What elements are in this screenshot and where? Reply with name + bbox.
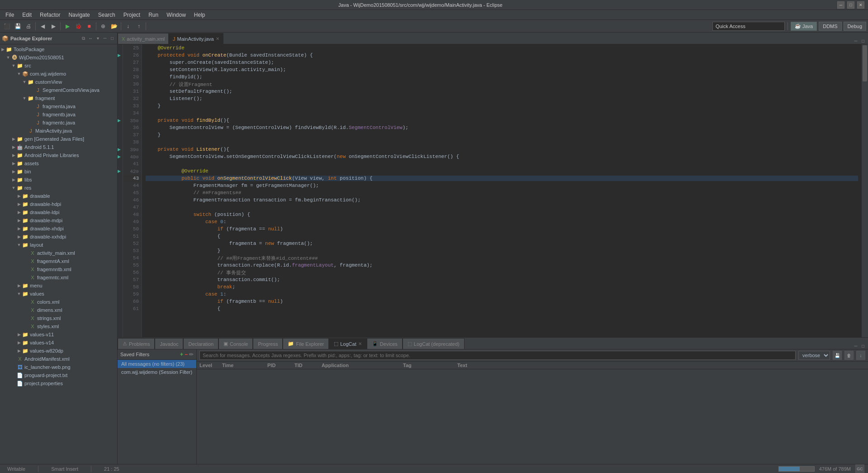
open-resource-button[interactable]: 📂 xyxy=(109,21,119,31)
list-item[interactable]: ▼ 📦 com.wjj.wijdemo xyxy=(0,70,117,78)
list-item[interactable]: X fragemntA.xml xyxy=(0,257,117,265)
menu-search[interactable]: Search xyxy=(95,11,119,19)
debug-button[interactable]: 🐞 xyxy=(73,21,83,31)
list-item[interactable]: X activity_main.xml xyxy=(0,249,117,257)
minimize-editor-button[interactable]: ─ xyxy=(853,38,859,44)
scroll-thumb[interactable] xyxy=(863,45,867,81)
collapse-all-button[interactable]: ⧉ xyxy=(80,35,86,42)
list-item[interactable]: J fragmentc.java xyxy=(0,119,117,127)
list-item[interactable]: 📄 project.properties xyxy=(0,379,117,387)
remove-filter-button[interactable]: − xyxy=(185,351,188,358)
list-item[interactable]: J SegmentControlView.java xyxy=(0,86,117,94)
list-item[interactable]: J fragmenta.java xyxy=(0,102,117,110)
list-item[interactable]: ▼ 📁 layout xyxy=(0,241,117,249)
list-item[interactable]: 📄 proguard-project.txt xyxy=(0,371,117,379)
tab-logcat-deprecated[interactable]: ⬚ LogCat (deprecated) xyxy=(403,338,465,349)
list-item[interactable]: ▶ 📁 drawable-xhdpi xyxy=(0,225,117,233)
list-item[interactable]: ▶ 📁 gen [Generated Java Files] xyxy=(0,135,117,143)
menu-help[interactable]: Help xyxy=(190,11,209,19)
print-button[interactable]: 🖨 xyxy=(24,21,33,31)
perspective-java[interactable]: ☕ Java xyxy=(791,22,817,31)
clear-log-button[interactable]: 🗑 xyxy=(844,351,854,360)
edit-filter-button[interactable]: ✏ xyxy=(189,351,194,358)
tab-close-button[interactable]: ✕ xyxy=(358,341,362,346)
code-editor[interactable]: ▶ ▶ ▶ ▶ ▶ xyxy=(118,44,868,337)
list-item[interactable]: ▶ 📁 drawable-xxhdpi xyxy=(0,233,117,241)
window-controls[interactable]: ─ □ ✕ xyxy=(837,1,864,9)
list-item[interactable]: X fragemnntb.xml xyxy=(0,265,117,273)
editor-scrollbar[interactable] xyxy=(862,44,868,337)
save-log-button[interactable]: 💾 xyxy=(833,351,842,360)
list-item[interactable]: X colors.xml xyxy=(0,298,117,306)
minimize-panel-button[interactable]: ─ xyxy=(102,35,108,42)
list-item[interactable]: X dimens.xml xyxy=(0,306,117,314)
tab-activity-main-xml[interactable]: X activity_main.xml xyxy=(118,33,169,44)
list-item[interactable]: ▶ 📁 drawable-ldpi xyxy=(0,208,117,216)
list-item[interactable]: ▶ 📁 drawable-hdpi xyxy=(0,200,117,208)
list-item[interactable]: ▶ 📁 bin xyxy=(0,167,117,176)
list-item[interactable]: ▼ 🅐 WijDemo201508051 xyxy=(0,53,117,62)
maximize-button[interactable]: □ xyxy=(847,1,854,9)
list-item[interactable]: ▶ 📁 ToolsPackage xyxy=(0,45,117,53)
minimize-button[interactable]: ─ xyxy=(837,1,844,9)
list-item[interactable]: ▼ 📁 values xyxy=(0,290,117,298)
code-content[interactable]: @Override protected void onCreate(Bundle… xyxy=(142,44,862,337)
list-item[interactable]: ▶ 📁 Android Private Libraries xyxy=(0,151,117,159)
menu-window[interactable]: Window xyxy=(163,11,190,19)
tab-close-button[interactable]: ✕ xyxy=(216,36,219,41)
list-item[interactable]: ▶ 📁 values-w820dp xyxy=(0,347,117,355)
list-item[interactable]: X styles.xml xyxy=(0,322,117,330)
panel-menu-button[interactable]: ▾ xyxy=(95,35,101,42)
memory-bar[interactable] xyxy=(778,466,815,472)
menu-file[interactable]: File xyxy=(2,11,18,19)
minimize-bottom-button[interactable]: ─ xyxy=(853,343,859,349)
list-item[interactable]: ▶ 📁 values-v14 xyxy=(0,339,117,347)
list-item[interactable]: ▶ 📁 assets xyxy=(0,159,117,167)
list-item[interactable]: ▶ 📁 libs xyxy=(0,176,117,184)
list-item[interactable]: ▶ 📁 drawable xyxy=(0,192,117,200)
menu-project[interactable]: Project xyxy=(120,11,144,19)
maximize-bottom-button[interactable]: □ xyxy=(860,343,866,349)
new-button[interactable]: ⬛ xyxy=(2,21,12,31)
list-item[interactable]: J MainActivity.java xyxy=(0,127,117,135)
add-filter-button[interactable]: + xyxy=(180,351,183,358)
menu-run[interactable]: Run xyxy=(145,11,162,19)
verbose-level-select[interactable]: verbose debug info warn error xyxy=(798,351,830,360)
filter-item-all[interactable]: All messages (no filters) (23) xyxy=(118,360,196,368)
tab-javadoc[interactable]: Javadoc xyxy=(155,338,183,349)
list-item[interactable]: X strings.xml xyxy=(0,314,117,322)
tab-devices[interactable]: 📱 Devices xyxy=(367,338,403,349)
save-button[interactable]: 💾 xyxy=(13,21,23,31)
stop-button[interactable]: ■ xyxy=(84,21,94,31)
menu-edit[interactable]: Edit xyxy=(19,11,35,19)
tab-logcat[interactable]: ⬚ LogCat ✕ xyxy=(329,338,366,349)
scroll-end-button[interactable]: ↓ xyxy=(856,351,865,360)
tab-problems[interactable]: ⚠ Problems xyxy=(118,338,155,349)
tab-console[interactable]: ▣ Console xyxy=(218,338,253,349)
list-item[interactable]: J fragmentb.java xyxy=(0,110,117,119)
tab-progress[interactable]: Progress xyxy=(253,338,283,349)
perspective-ddms[interactable]: DDMS xyxy=(819,22,841,31)
logcat-search-input[interactable] xyxy=(199,351,796,360)
list-item[interactable]: ▶ 📁 values-v11 xyxy=(0,330,117,339)
list-item[interactable]: ▼ 📁 customView xyxy=(0,78,117,86)
list-item[interactable]: 🖼 ic_launcher-web.png xyxy=(0,363,117,371)
next-annotation-button[interactable]: ↓ xyxy=(123,21,133,31)
list-item[interactable]: ▶ 📁 drawable-mdpi xyxy=(0,216,117,225)
open-type-button[interactable]: ⊕ xyxy=(98,21,108,31)
close-button[interactable]: ✕ xyxy=(857,1,864,9)
gc-button[interactable]: GC xyxy=(855,464,864,473)
list-item[interactable]: ▶ 🤖 Android 5.1.1 xyxy=(0,143,117,151)
list-item[interactable]: X AndroidManifest.xml xyxy=(0,355,117,363)
tab-declaration[interactable]: Declaration xyxy=(183,338,218,349)
list-item[interactable]: ▼ 📁 src xyxy=(0,62,117,70)
run-button[interactable]: ▶ xyxy=(62,21,72,31)
perspective-debug[interactable]: Debug xyxy=(844,22,866,31)
list-item[interactable]: ▼ 📁 res xyxy=(0,184,117,192)
list-item[interactable]: ▶ 📁 menu xyxy=(0,282,117,290)
list-item[interactable]: ▼ 📁 fragment xyxy=(0,94,117,102)
maximize-panel-button[interactable]: □ xyxy=(109,35,115,42)
menu-navigate[interactable]: Navigate xyxy=(65,11,93,19)
link-editor-button[interactable]: ↔ xyxy=(87,35,94,42)
maximize-editor-button[interactable]: □ xyxy=(860,38,866,44)
